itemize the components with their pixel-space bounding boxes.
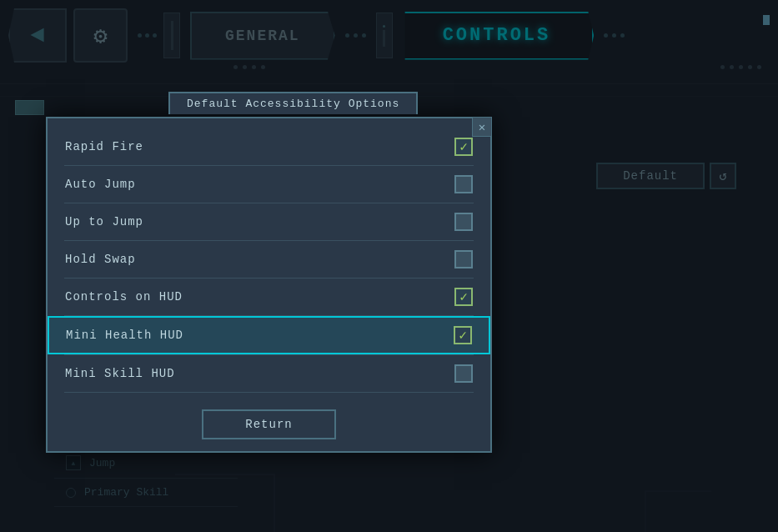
option-rapid-fire-label: Rapid Fire [65,140,143,153]
checkbox-auto-jump[interactable] [454,175,473,193]
option-hold-swap-label: Hold Swap [65,253,136,266]
checkbox-mini-health-hud[interactable] [454,326,472,344]
option-controls-on-hud-label: Controls on HUD [65,290,183,304]
scroll-handle [763,15,770,25]
divider-7 [64,392,474,393]
checkbox-controls-on-hud[interactable] [454,288,473,306]
option-up-to-jump-label: Up to Jump [65,215,143,228]
checkbox-mini-skill-hud[interactable] [454,364,473,383]
checkbox-up-to-jump[interactable] [454,213,473,231]
option-mini-skill-hud-label: Mini Skill HUD [65,367,175,380]
accessibility-modal: Default Accessibility Options ✕ Rapid Fi… [46,117,492,453]
modal-close-button[interactable]: ✕ [472,117,492,137]
option-auto-jump[interactable]: Auto Jump [48,166,490,203]
return-btn-container: Return [48,399,490,451]
option-controls-on-hud[interactable]: Controls on HUD [48,279,490,315]
option-mini-health-hud-label: Mini Health HUD [66,329,183,342]
right-scrollbar [761,8,771,532]
option-up-to-jump[interactable]: Up to Jump [48,203,490,240]
option-mini-skill-hud[interactable]: Mini Skill HUD [48,355,490,392]
option-hold-swap[interactable]: Hold Swap [48,241,490,278]
modal-tab: Default Accessibility Options [168,92,418,114]
close-icon: ✕ [479,120,485,134]
checkbox-rapid-fire[interactable] [454,138,473,156]
option-auto-jump-label: Auto Jump [65,178,136,191]
modal-tab-label: Default Accessibility Options [187,98,399,110]
option-mini-health-hud[interactable]: Mini Health HUD [48,316,490,354]
return-button[interactable]: Return [202,409,335,439]
checkbox-hold-swap[interactable] [454,250,473,269]
modal-options-list: Rapid Fire Auto Jump Up to Jump Hold Swa… [48,118,490,399]
option-rapid-fire[interactable]: Rapid Fire [48,128,490,165]
